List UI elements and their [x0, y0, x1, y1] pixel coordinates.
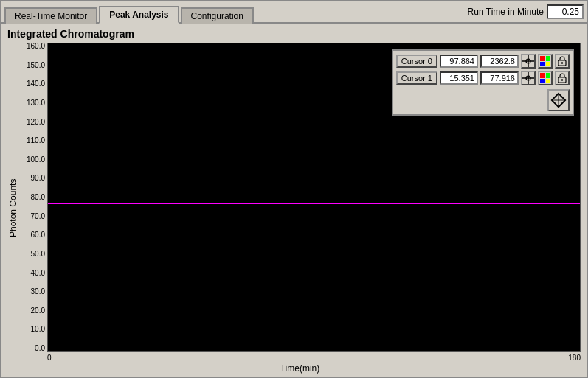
y-tick: 140.0 — [19, 80, 47, 88]
chart-canvas[interactable]: Cursor 0 97.864 2362.8 — [47, 43, 581, 352]
y-tick: 160.0 — [19, 43, 47, 50]
x-axis-label: Time(min) — [19, 363, 581, 374]
y-tick: 100.0 — [19, 156, 47, 164]
cursor0-row: Cursor 0 97.864 2362.8 — [396, 54, 570, 69]
y-tick: 90.0 — [19, 175, 47, 182]
cursor0-x-value: 97.864 — [440, 55, 478, 68]
tab-peak-analysis[interactable]: Peak Analysis — [99, 6, 179, 24]
cursor0-button[interactable]: Cursor 0 — [396, 55, 437, 68]
cursor1-row: Cursor 1 15.351 77.916 — [396, 71, 570, 85]
main-content: Integrated Chromatogram Photon Counts 0.… — [1, 24, 587, 377]
runtime-value: 0.25 — [547, 4, 584, 19]
runtime-label: Run Time in Minute — [468, 7, 544, 17]
y-tick: 120.0 — [19, 119, 47, 126]
y-tick: 50.0 — [19, 251, 47, 258]
cursor1-settings-icon-btn[interactable] — [555, 71, 570, 85]
tab-configuration[interactable]: Configuration — [181, 7, 254, 24]
chart-inner: 0.0 10.0 20.0 30.0 40.0 50.0 60.0 70.0 8… — [19, 43, 581, 374]
cursor0-horizontal-line — [48, 203, 580, 204]
y-tick: 110.0 — [19, 137, 47, 144]
cursor0-vertical-line — [72, 43, 72, 351]
x-axis-area: 0 180 Time(min) — [19, 352, 581, 374]
chart-title: Integrated Chromatogram — [7, 28, 581, 40]
chart-plot-area: 0.0 10.0 20.0 30.0 40.0 50.0 60.0 70.0 8… — [19, 43, 581, 352]
color-grid-icon — [540, 56, 550, 66]
y-tick: 40.0 — [19, 270, 47, 277]
cursor1-y-value: 77.916 — [480, 71, 519, 85]
svg-point-4 — [561, 62, 563, 63]
cursor0-y-value: 2362.8 — [480, 55, 519, 68]
cursor1-crosshair-icon-btn[interactable] — [521, 71, 536, 85]
color-grid-icon — [540, 73, 550, 83]
runtime-area: Run Time in Minute 0.25 — [468, 4, 584, 22]
chart-wrapper: Photon Counts 0.0 10.0 20.0 30.0 40.0 50… — [7, 43, 581, 374]
x-tick-180: 180 — [568, 354, 581, 362]
cursor0-settings-icon-btn[interactable] — [555, 54, 570, 69]
crosshair-large-row — [396, 88, 570, 111]
y-tick: 0.0 — [19, 345, 47, 352]
tabs-left: Real-Time Monitor Peak Analysis Configur… — [4, 4, 254, 22]
y-ticks: 0.0 10.0 20.0 30.0 40.0 50.0 60.0 70.0 8… — [19, 43, 47, 352]
tab-realtime[interactable]: Real-Time Monitor — [4, 7, 97, 24]
x-tick-0: 0 — [47, 354, 52, 362]
y-tick: 150.0 — [19, 62, 47, 69]
tab-bar: Real-Time Monitor Peak Analysis Configur… — [1, 1, 587, 24]
y-tick: 70.0 — [19, 213, 47, 220]
cursor0-crosshair-icon-btn[interactable] — [521, 54, 536, 69]
y-tick: 80.0 — [19, 194, 47, 201]
y-tick: 10.0 — [19, 326, 47, 333]
cursor0-color-icon-btn[interactable] — [538, 54, 553, 69]
y-axis-label: Photon Counts — [7, 43, 19, 374]
y-tick: 60.0 — [19, 231, 47, 239]
cursor-panel: Cursor 0 97.864 2362.8 — [392, 49, 574, 116]
svg-point-9 — [561, 79, 563, 80]
y-tick: 30.0 — [19, 288, 47, 295]
cursor1-color-icon-btn[interactable] — [538, 71, 553, 85]
crosshair-large-button[interactable] — [547, 89, 570, 111]
y-tick: 130.0 — [19, 99, 47, 107]
cursor1-button[interactable]: Cursor 1 — [396, 71, 437, 85]
x-ticks: 0 180 — [19, 352, 581, 362]
cursor1-x-value: 15.351 — [440, 71, 478, 85]
app-container: Real-Time Monitor Peak Analysis Configur… — [0, 0, 588, 378]
y-tick: 20.0 — [19, 307, 47, 315]
